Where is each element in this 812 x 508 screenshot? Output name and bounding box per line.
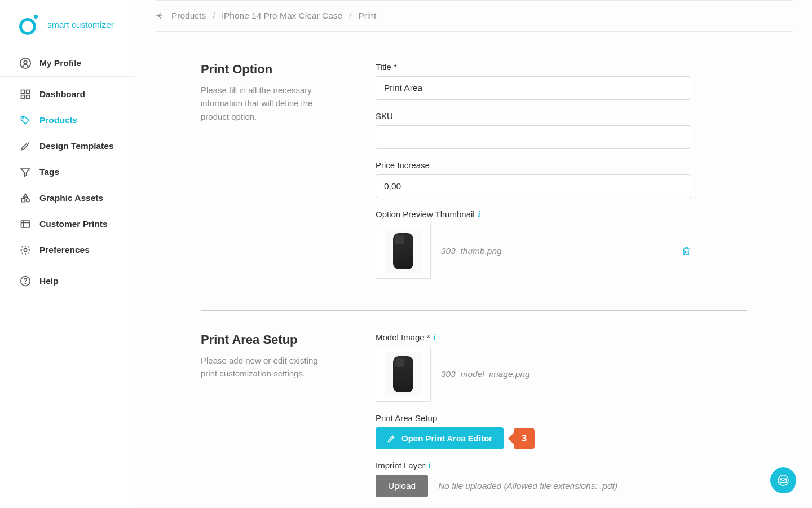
field-sku: SKU <box>376 111 691 149</box>
field-label: Imprint Layer i <box>376 461 691 470</box>
section-title: Print Option <box>201 62 347 77</box>
filter-icon <box>19 166 32 178</box>
pencil-icon <box>387 434 396 443</box>
shapes-icon <box>19 192 32 204</box>
mail-icon <box>777 474 789 487</box>
svg-point-6 <box>23 117 24 119</box>
nav-label: Design Templates <box>39 141 114 151</box>
main-content: Products / iPhone 14 Pro Max Clear Case … <box>135 0 812 508</box>
breadcrumb-separator: / <box>349 11 351 21</box>
breadcrumb-print[interactable]: Print <box>358 11 376 21</box>
list-icon <box>19 218 32 230</box>
trash-icon[interactable] <box>681 246 691 256</box>
field-imprint-layer: Imprint Layer i Upload No file uploaded … <box>376 461 691 497</box>
breadcrumb: Products / iPhone 14 Pro Max Clear Case … <box>155 0 793 32</box>
nav-help[interactable]: Help <box>0 268 135 294</box>
field-label: Option Preview Thumbnail i <box>376 209 691 219</box>
user-circle-icon <box>19 57 32 69</box>
section-description: Please fill in all the necessary informa… <box>201 84 319 123</box>
nav-products[interactable]: Products <box>0 107 135 133</box>
svg-rect-5 <box>27 95 30 99</box>
tools-icon <box>19 140 32 152</box>
upload-button[interactable]: Upload <box>376 475 428 497</box>
model-image-filename: 303_model_image.png <box>441 369 530 379</box>
thumbnail-filename: 303_thumb.png <box>441 246 502 256</box>
svg-rect-7 <box>21 199 25 202</box>
logo[interactable]: smart customizer <box>0 0 135 50</box>
svg-rect-3 <box>27 90 30 94</box>
nav-label: Tags <box>39 167 59 177</box>
chat-fab[interactable] <box>770 467 796 493</box>
title-input[interactable] <box>376 76 691 100</box>
info-icon[interactable]: i <box>478 211 480 218</box>
field-title: Title * <box>376 62 691 100</box>
nav-label: Customer Prints <box>39 219 108 229</box>
breadcrumb-separator: / <box>213 11 215 21</box>
svg-point-10 <box>24 249 27 252</box>
nav-my-profile[interactable]: My Profile <box>0 50 135 76</box>
logo-text: smart customizer <box>47 20 114 30</box>
field-label: Model Image * i <box>376 332 691 342</box>
field-label: SKU <box>376 111 691 121</box>
back-icon[interactable] <box>155 11 165 21</box>
section-title: Print Area Setup <box>201 332 347 347</box>
nav-label: Graphic Assets <box>39 193 103 203</box>
dashboard-icon <box>19 88 32 100</box>
sidebar: smart customizer My Profile Dashboard <box>0 0 135 508</box>
section-print-option: Print Option Please fill in all the nece… <box>201 50 747 310</box>
price-increase-input[interactable] <box>376 174 691 198</box>
svg-point-13 <box>778 475 788 485</box>
nav-tags[interactable]: Tags <box>0 159 135 185</box>
svg-rect-9 <box>21 221 30 227</box>
section-print-area-setup: Print Area Setup Please add new or edit … <box>201 310 747 508</box>
nav-label: Preferences <box>39 245 90 255</box>
breadcrumb-products[interactable]: Products <box>171 11 206 21</box>
svg-point-8 <box>26 199 29 202</box>
info-icon[interactable]: i <box>434 334 436 341</box>
help-icon <box>19 275 32 287</box>
sku-input[interactable] <box>376 125 691 149</box>
logo-icon <box>19 15 39 35</box>
nav-design-templates[interactable]: Design Templates <box>0 133 135 159</box>
svg-rect-2 <box>21 90 25 94</box>
model-image-preview[interactable] <box>376 347 431 402</box>
nav-label: Help <box>39 276 59 286</box>
svg-point-12 <box>25 283 25 284</box>
nav-graphic-assets[interactable]: Graphic Assets <box>0 185 135 211</box>
nav-customer-prints[interactable]: Customer Prints <box>0 211 135 237</box>
gear-icon <box>19 244 32 256</box>
nav-dashboard[interactable]: Dashboard <box>0 81 135 107</box>
nav-label: Dashboard <box>39 89 85 99</box>
nav-label: My Profile <box>39 58 81 68</box>
svg-rect-4 <box>21 95 25 99</box>
field-label: Print Area Setup <box>376 413 691 423</box>
open-print-area-editor-button[interactable]: Open Print Area Editor <box>376 427 504 449</box>
field-thumbnail: Option Preview Thumbnail i 303_thumb.png <box>376 209 691 279</box>
step-badge: 3 <box>514 428 535 449</box>
field-label: Price Increase <box>376 160 691 170</box>
tag-icon <box>19 114 32 126</box>
thumbnail-preview[interactable] <box>376 224 431 279</box>
nav-preferences[interactable]: Preferences <box>0 237 135 263</box>
field-model-image: Model Image * i 303_model_image.png <box>376 332 691 402</box>
breadcrumb-product-name[interactable]: iPhone 14 Pro Max Clear Case <box>222 11 342 21</box>
field-print-area-setup: Print Area Setup Open Print Area Editor … <box>376 413 691 449</box>
field-label: Title * <box>376 62 691 72</box>
section-description: Please add new or edit existing print cu… <box>201 354 319 380</box>
field-price-increase: Price Increase <box>376 160 691 198</box>
svg-point-1 <box>24 60 27 64</box>
imprint-layer-placeholder: No file uploaded (Allowed file extension… <box>438 481 617 491</box>
info-icon[interactable]: i <box>429 462 431 470</box>
nav-label: Products <box>39 115 77 125</box>
button-label: Open Print Area Editor <box>401 433 492 443</box>
